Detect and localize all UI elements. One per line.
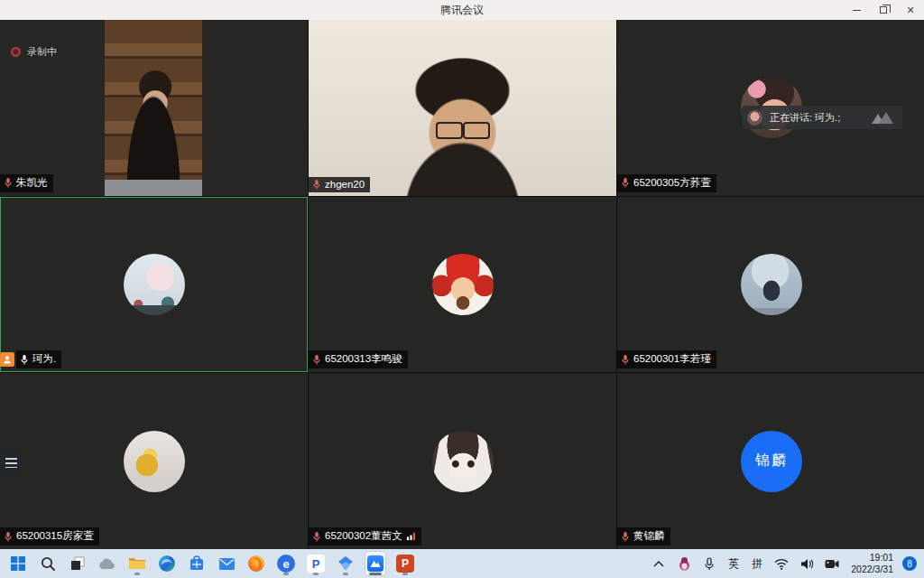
speaker-avatar [747, 110, 762, 126]
participant-tile-limingjun[interactable]: 65200313李鸣骏 [309, 197, 616, 373]
system-tray: 英 拼 19:01 2022/3/31 8 [649, 551, 917, 576]
list-layout-icon [5, 458, 17, 468]
participant-tile-zhukaiguang[interactable]: 录制中 朱凯光 [0, 20, 308, 196]
tray-camera-button[interactable] [822, 551, 842, 576]
taskbar-e-app-button[interactable]: e [275, 551, 297, 576]
restore-icon [880, 6, 887, 14]
muted-mic-icon [4, 531, 13, 542]
title-bar: 腾讯会议 ✕ [0, 0, 924, 20]
e-app-icon: e [277, 555, 295, 573]
taskbar-powerpoint-button[interactable]: P [394, 551, 416, 576]
start-icon [10, 555, 26, 572]
participant-name: 朱凯光 [16, 176, 48, 190]
avatar [124, 431, 185, 492]
edge-browser-icon [158, 555, 176, 573]
meeting-stage: 录制中 朱凯光 zhgen20 正在讲话: 珂为.; [0, 20, 924, 549]
qq-penguin-icon [678, 556, 691, 571]
participant-name: 65200305方荞萱 [633, 176, 711, 190]
minimize-icon [853, 10, 861, 11]
participant-name-label: 65200305方荞萱 [617, 174, 716, 192]
restore-button[interactable] [870, 0, 897, 20]
recording-indicator: 录制中 [11, 45, 57, 59]
taskbar-search-button[interactable] [37, 551, 59, 576]
taskbar-file-explorer-button[interactable] [126, 551, 148, 576]
participant-name: 65200301李若瑾 [633, 352, 711, 366]
tray-volume-button[interactable] [797, 551, 817, 576]
participant-tile-liruojin[interactable]: 65200301李若瑾 [617, 197, 924, 373]
tray-wifi-button[interactable] [772, 551, 791, 576]
chevron-up-icon [653, 560, 664, 567]
participant-name: 黄锦麟 [633, 529, 665, 543]
firefox-icon [247, 555, 265, 573]
layout-toggle-button[interactable] [0, 452, 23, 474]
clock-date: 2022/3/31 [851, 564, 893, 575]
muted-mic-icon [621, 177, 630, 188]
recording-dot-icon [11, 47, 21, 57]
participant-name: zhgen20 [325, 179, 365, 190]
muted-mic-icon [621, 531, 630, 542]
participant-tile-dongqianwen[interactable]: 65200302董茜文 [309, 373, 616, 549]
tencent-meeting-icon [366, 555, 384, 573]
webcam-video-portrait [105, 20, 202, 196]
taskbar-cloud-drive-button[interactable] [97, 551, 118, 576]
taskbar-start-button[interactable] [7, 551, 29, 576]
cloud-icon [98, 557, 116, 570]
participant-name: 65200302董茜文 [325, 529, 402, 543]
participant-name-label: 65200301李若瑾 [617, 350, 716, 368]
p-app-icon: P [307, 555, 325, 573]
running-indicator [402, 573, 408, 575]
participant-name-label: zhgen20 [309, 177, 370, 192]
taskbar-p-app-button[interactable]: P [305, 551, 327, 576]
host-badge-icon [0, 352, 14, 367]
speaker-icon [800, 558, 814, 570]
ime-language-button[interactable]: 英 [725, 556, 743, 572]
participant-name-label: 65200315房家萱 [0, 527, 99, 545]
running-indicator [313, 573, 319, 575]
tray-overflow-button[interactable] [649, 551, 669, 576]
muted-mic-icon [4, 177, 13, 188]
participant-tile-zhgen20[interactable]: zhgen20 [309, 20, 616, 196]
participant-name-label: 珂为. [16, 350, 61, 368]
close-button[interactable]: ✕ [897, 0, 924, 20]
participant-name-label: 黄锦麟 [617, 527, 670, 545]
taskbar-firefox-button[interactable] [245, 551, 267, 576]
speaking-toast-text: 正在讲话: 珂为.; [770, 111, 840, 125]
taskbar-diamond-app-button[interactable] [335, 551, 356, 576]
participant-name: 珂为. [32, 352, 56, 366]
participant-tile-fangjiaxuan[interactable]: 65200315房家萱 [0, 373, 308, 549]
weak-network-icon [406, 531, 416, 541]
mail-icon [218, 557, 236, 571]
ime-layout-button[interactable]: 拼 [748, 556, 766, 572]
avatar [741, 254, 802, 315]
diamond-app-icon [337, 555, 355, 573]
taskbar-tencent-meeting-button[interactable] [365, 551, 386, 576]
participant-tile-huangjinlin[interactable]: 锦麟 黄锦麟 [617, 373, 924, 549]
participant-tile-fangqiaoxuan[interactable]: 正在讲话: 珂为.; 65200305方荞萱 [617, 20, 924, 196]
taskbar-clock[interactable]: 19:01 2022/3/31 [847, 552, 897, 575]
taskbar-microsoft-store-button[interactable] [186, 551, 208, 576]
taskbar-mail-button[interactable] [216, 551, 237, 576]
taskbar-edge-button[interactable] [156, 551, 178, 576]
participant-name-label: 朱凯光 [0, 174, 53, 192]
task-view-icon [69, 555, 86, 572]
tray-qq-button[interactable] [674, 551, 694, 576]
taskbar-apps: e P P [7, 551, 416, 576]
muted-mic-icon [312, 354, 321, 365]
glasses-overlay [434, 122, 492, 136]
tray-mic-button[interactable] [699, 551, 719, 576]
clock-time: 19:01 [851, 552, 893, 564]
participant-name-label: 65200313李鸣骏 [309, 350, 408, 368]
recording-label: 录制中 [27, 45, 57, 59]
notification-badge[interactable]: 8 [902, 556, 917, 571]
mic-icon [704, 557, 715, 571]
taskbar-task-view-button[interactable] [67, 551, 88, 576]
window-controls: ✕ [843, 0, 924, 20]
participant-name: 65200313李鸣骏 [325, 352, 402, 366]
minimize-button[interactable] [843, 0, 870, 20]
taskbar: e P P [0, 549, 924, 578]
avatar: 锦麟 [741, 431, 802, 492]
participant-tile-kewei[interactable]: 珂为. [0, 197, 308, 373]
powerpoint-icon: P [396, 555, 414, 573]
participant-name: 65200315房家萱 [16, 529, 94, 543]
mic-on-icon [20, 354, 29, 365]
